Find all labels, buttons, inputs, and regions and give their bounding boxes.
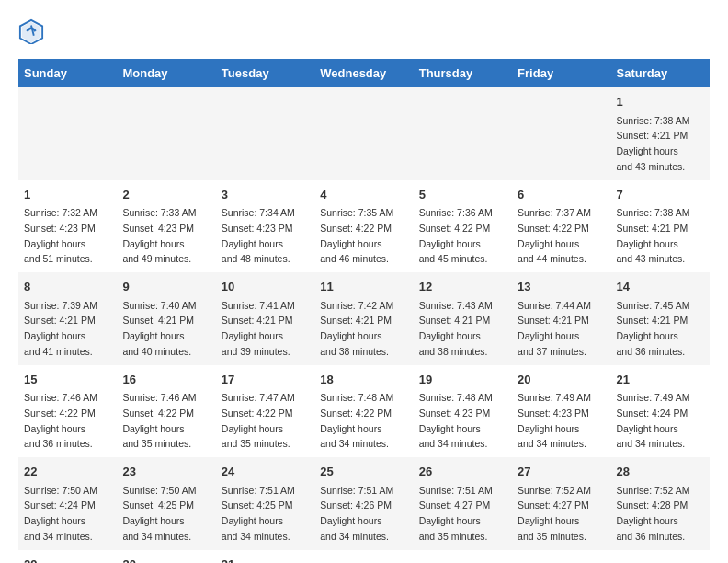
header-cell-thursday: Thursday [414,59,512,87]
calendar-day-9: 9Sunrise: 7:40 AMSunset: 4:21 PMDaylight… [117,272,215,365]
day-number: 14 [617,278,704,296]
day-info: Sunrise: 7:43 AMSunset: 4:21 PMDaylight … [419,300,493,357]
day-info: Sunrise: 7:41 AMSunset: 4:21 PMDaylight … [222,300,295,357]
day-info: Sunrise: 7:38 AMSunset: 4:21 PMDaylight … [617,115,690,172]
day-number: 21 [617,371,704,389]
calendar-week-5: 29Sunrise: 7:52 AMSunset: 4:29 PMDayligh… [18,550,710,564]
calendar-day-5: 5Sunrise: 7:36 AMSunset: 4:22 PMDaylight… [414,180,512,273]
day-info: Sunrise: 7:38 AMSunset: 4:21 PMDaylight … [617,207,690,264]
calendar-week-3: 15Sunrise: 7:46 AMSunset: 4:22 PMDayligh… [18,365,710,458]
page-container: SundayMondayTuesdayWednesdayThursdayFrid… [18,18,710,563]
day-info: Sunrise: 7:50 AMSunset: 4:25 PMDaylight … [122,485,196,542]
header-cell-tuesday: Tuesday [216,59,314,87]
day-info: Sunrise: 7:32 AMSunset: 4:23 PMDaylight … [24,207,97,264]
calendar-day-18: 18Sunrise: 7:48 AMSunset: 4:22 PMDayligh… [314,365,413,458]
day-number: 26 [419,463,506,481]
empty-cell [512,87,610,180]
day-number: 23 [122,463,210,481]
calendar-day-1: 1Sunrise: 7:38 AMSunset: 4:21 PMDaylight… [611,87,710,180]
day-info: Sunrise: 7:48 AMSunset: 4:22 PMDaylight … [320,392,393,449]
header-cell-friday: Friday [512,59,610,87]
day-number: 15 [24,371,111,389]
day-number: 1 [617,93,704,111]
calendar-day-30: 30Sunrise: 7:52 AMSunset: 4:30 PMDayligh… [117,550,215,564]
day-info: Sunrise: 7:42 AMSunset: 4:21 PMDaylight … [320,300,393,357]
logo [18,18,48,44]
day-info: Sunrise: 7:44 AMSunset: 4:21 PMDaylight … [518,300,591,357]
day-number: 25 [320,463,407,481]
empty-cell [611,550,710,564]
day-number: 9 [122,278,210,296]
day-info: Sunrise: 7:48 AMSunset: 4:23 PMDaylight … [419,392,493,449]
day-number: 10 [222,278,309,296]
empty-cell [512,550,610,564]
day-number: 27 [518,463,605,481]
empty-cell [314,550,413,564]
day-number: 18 [320,371,407,389]
day-number: 29 [24,556,111,564]
calendar-day-11: 11Sunrise: 7:42 AMSunset: 4:21 PMDayligh… [314,272,413,365]
calendar-day-24: 24Sunrise: 7:51 AMSunset: 4:25 PMDayligh… [216,457,314,550]
day-info: Sunrise: 7:52 AMSunset: 4:28 PMDaylight … [617,485,690,542]
day-number: 22 [24,463,111,481]
calendar-day-21: 21Sunrise: 7:49 AMSunset: 4:24 PMDayligh… [611,365,710,458]
calendar-day-1: 1Sunrise: 7:32 AMSunset: 4:23 PMDaylight… [18,180,117,273]
day-number: 16 [122,371,210,389]
calendar-day-7: 7Sunrise: 7:38 AMSunset: 4:21 PMDaylight… [611,180,710,273]
calendar-day-2: 2Sunrise: 7:33 AMSunset: 4:23 PMDaylight… [117,180,215,273]
empty-cell [314,87,413,180]
calendar-day-25: 25Sunrise: 7:51 AMSunset: 4:26 PMDayligh… [314,457,413,550]
day-number: 24 [222,463,309,481]
day-info: Sunrise: 7:40 AMSunset: 4:21 PMDaylight … [122,300,196,357]
day-number: 13 [518,278,605,296]
calendar-day-4: 4Sunrise: 7:35 AMSunset: 4:22 PMDaylight… [314,180,413,273]
calendar-day-3: 3Sunrise: 7:34 AMSunset: 4:23 PMDaylight… [216,180,314,273]
day-info: Sunrise: 7:51 AMSunset: 4:27 PMDaylight … [419,485,493,542]
svg-marker-0 [22,22,41,42]
calendar-day-31: 31Sunrise: 7:52 AMSunset: 4:31 PMDayligh… [216,550,314,564]
calendar-week-1: 1Sunrise: 7:32 AMSunset: 4:23 PMDaylight… [18,180,710,273]
calendar-day-8: 8Sunrise: 7:39 AMSunset: 4:21 PMDaylight… [18,272,117,365]
day-number: 28 [617,463,704,481]
day-number: 31 [222,556,309,564]
calendar-day-16: 16Sunrise: 7:46 AMSunset: 4:22 PMDayligh… [117,365,215,458]
calendar-day-14: 14Sunrise: 7:45 AMSunset: 4:21 PMDayligh… [611,272,710,365]
header-cell-saturday: Saturday [611,59,710,87]
empty-cell [414,550,512,564]
calendar-day-19: 19Sunrise: 7:48 AMSunset: 4:23 PMDayligh… [414,365,512,458]
calendar-day-15: 15Sunrise: 7:46 AMSunset: 4:22 PMDayligh… [18,365,117,458]
empty-cell [414,87,512,180]
calendar-day-26: 26Sunrise: 7:51 AMSunset: 4:27 PMDayligh… [414,457,512,550]
day-number: 20 [518,371,605,389]
day-info: Sunrise: 7:47 AMSunset: 4:22 PMDaylight … [222,392,295,449]
header-cell-wednesday: Wednesday [314,59,413,87]
day-number: 19 [419,371,506,389]
day-info: Sunrise: 7:49 AMSunset: 4:23 PMDaylight … [518,392,591,449]
empty-cell [18,87,117,180]
day-number: 5 [419,186,506,204]
calendar-day-12: 12Sunrise: 7:43 AMSunset: 4:21 PMDayligh… [414,272,512,365]
calendar-day-29: 29Sunrise: 7:52 AMSunset: 4:29 PMDayligh… [18,550,117,564]
header [18,18,710,44]
day-info: Sunrise: 7:39 AMSunset: 4:21 PMDaylight … [24,300,97,357]
day-info: Sunrise: 7:46 AMSunset: 4:22 PMDaylight … [122,392,196,449]
calendar-week-0: 1Sunrise: 7:38 AMSunset: 4:21 PMDaylight… [18,87,710,180]
day-number: 1 [24,186,111,204]
calendar-table: SundayMondayTuesdayWednesdayThursdayFrid… [18,59,710,563]
day-info: Sunrise: 7:35 AMSunset: 4:22 PMDaylight … [320,207,393,264]
calendar-day-6: 6Sunrise: 7:37 AMSunset: 4:22 PMDaylight… [512,180,610,273]
logo-icon [18,18,44,44]
day-number: 3 [222,186,309,204]
day-info: Sunrise: 7:45 AMSunset: 4:21 PMDaylight … [617,300,690,357]
day-number: 6 [518,186,605,204]
day-info: Sunrise: 7:50 AMSunset: 4:24 PMDaylight … [24,485,97,542]
calendar-day-17: 17Sunrise: 7:47 AMSunset: 4:22 PMDayligh… [216,365,314,458]
calendar-day-10: 10Sunrise: 7:41 AMSunset: 4:21 PMDayligh… [216,272,314,365]
calendar-day-23: 23Sunrise: 7:50 AMSunset: 4:25 PMDayligh… [117,457,215,550]
day-number: 12 [419,278,506,296]
header-cell-sunday: Sunday [18,59,117,87]
calendar-week-2: 8Sunrise: 7:39 AMSunset: 4:21 PMDaylight… [18,272,710,365]
empty-cell [216,87,314,180]
calendar-day-20: 20Sunrise: 7:49 AMSunset: 4:23 PMDayligh… [512,365,610,458]
day-number: 4 [320,186,407,204]
